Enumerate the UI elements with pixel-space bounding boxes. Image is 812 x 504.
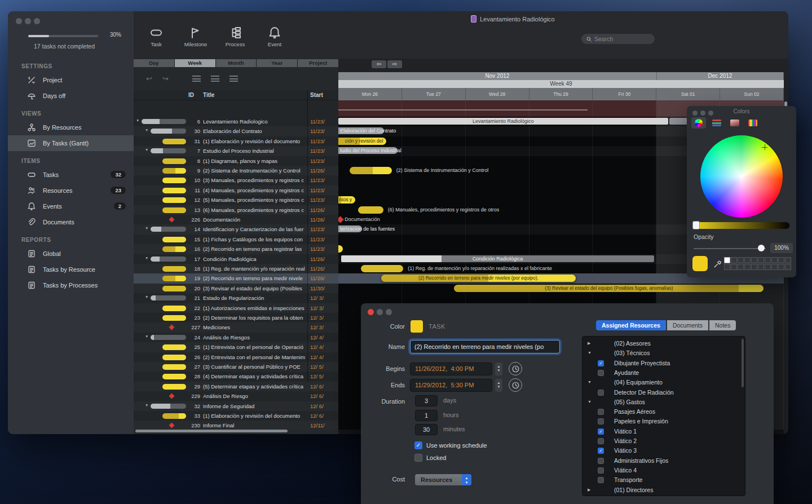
window-zoom-button[interactable] [34,18,40,24]
resource-row[interactable]: ▶(01) Directores [582,485,745,495]
resource-row[interactable]: ▶(02) Asesores [582,339,745,348]
opacity-slider-thumb[interactable] [758,245,765,251]
gantt-task-bar[interactable]: ntos y [338,196,355,204]
sidebar-item-tasks[interactable]: Tasks32 [8,167,134,183]
disclosure-triangle[interactable]: ▼ [588,380,592,384]
color-swatch[interactable] [785,257,791,263]
view-tab-day[interactable]: Day [134,59,174,67]
create-event-button[interactable]: Event [262,26,287,47]
task-color-swatch[interactable] [411,320,423,333]
opacity-slider[interactable] [694,248,766,249]
resource-checkbox[interactable] [598,477,604,483]
undo-icon[interactable]: ↩ [146,74,152,83]
window-minimize-button[interactable] [25,18,31,24]
disclosure-triangle[interactable]: ▼ [145,295,148,299]
color-swatch[interactable] [765,257,771,263]
disclosure-triangle[interactable]: ▼ [145,148,148,152]
color-wheel-crosshair[interactable] [762,144,767,150]
resource-checkbox[interactable]: ✓ [598,428,604,435]
create-task-button[interactable]: Task [144,26,169,47]
gantt-task-bar[interactable] [350,167,392,174]
window-close-button[interactable] [16,18,22,24]
disclosure-triangle[interactable]: ▼ [145,334,148,338]
sidebar-item-resources[interactable]: Resources23 [8,183,134,198]
resource-row[interactable]: Administrativos Fijos [582,456,745,466]
tab-notes[interactable]: Notes [709,320,736,330]
table-row[interactable]: 29(5) Determinar etapas y actividades cr… [134,382,338,391]
gantt-task-bar[interactable]: (2) Recorrido en terreno para medir nive… [381,275,576,282]
color-swatch[interactable] [724,264,730,270]
resource-checkbox[interactable] [598,438,604,444]
current-color-well[interactable] [692,256,708,271]
resource-checkbox[interactable] [598,390,604,396]
color-swatch[interactable] [731,257,737,263]
color-swatch[interactable] [785,264,791,270]
gantt-prev-button[interactable]: ⇦ [372,60,386,68]
view-tab-year[interactable]: Year [257,59,297,67]
resource-list-scrollbar[interactable] [742,339,744,387]
sidebar-item-project[interactable]: Project [8,72,134,88]
brightness-slider-thumb[interactable] [692,221,700,229]
disclosure-triangle[interactable]: ▶ [588,341,590,346]
table-row[interactable]: 33(1) Elaboración y revisión del documen… [134,411,338,421]
eyedropper-icon[interactable] [713,259,723,269]
resource-row[interactable]: ✓Viático 1 [582,427,745,436]
search-input[interactable]: Search [581,34,655,44]
disclosure-triangle[interactable]: ▼ [136,118,139,122]
resource-checkbox[interactable]: ✓ [598,448,604,454]
gantt-task-bar[interactable]: ción y revisión del [338,138,386,145]
resource-row[interactable]: ▼(04) Equipamiento [582,378,745,387]
ends-clock-button[interactable] [509,378,522,392]
view-tab-week[interactable]: Week [175,59,215,67]
use-working-schedule-checkbox[interactable]: ✓ [414,441,422,449]
begins-clock-button[interactable] [509,362,522,375]
color-swatch[interactable] [778,257,784,263]
tab-documents[interactable]: Documents [667,320,708,330]
resource-checkbox[interactable] [598,418,604,425]
resource-row[interactable]: Papeles e Impresión [582,417,745,426]
color-swatch[interactable] [765,264,771,270]
gantt-summary-bar[interactable]: Condición Radiológica [341,255,654,262]
disclosure-triangle[interactable]: ▼ [588,400,592,404]
resource-row[interactable]: ▼(05) Gastos [582,397,745,407]
color-swatch[interactable] [771,264,778,270]
gantt-summary-bar[interactable]: Levantamiento Radiológico [338,118,668,125]
create-process-button[interactable]: Process [223,26,248,47]
resource-checkbox[interactable]: ✓ [598,360,604,366]
resource-row[interactable]: ✓Viático 3 [582,446,745,456]
table-row[interactable]: 230Informe Final12/11/ [134,421,338,430]
color-swatch[interactable] [744,264,751,270]
resource-checkbox[interactable] [598,409,604,415]
dialog-zoom-button[interactable] [386,309,392,315]
begins-stepper[interactable]: ▲▼ [495,362,502,375]
dialog-minimize-button[interactable] [377,309,383,315]
gantt-task-bar[interactable] [361,265,403,272]
sidebar-item-global[interactable]: Global [8,246,134,262]
resource-checkbox[interactable] [598,467,604,474]
color-swatch[interactable] [738,264,744,270]
begins-field[interactable]: 11/26/2012, 4:00 PM [410,362,492,375]
color-swatch[interactable] [738,257,744,263]
sidebar-item-tasks-by-resource[interactable]: Tasks by Resource [8,262,134,277]
gantt-task-bar[interactable] [358,206,383,214]
redo-icon[interactable]: ↪ [162,74,169,83]
resource-row[interactable]: Detector De Radiación [582,388,745,397]
outline-list-icon[interactable] [211,76,219,82]
color-pencils-tab[interactable] [745,117,760,129]
create-milestone-button[interactable]: Milestone [183,26,208,47]
duration-days-field[interactable]: 3 [415,395,438,406]
outline-indent-icon[interactable] [192,76,201,82]
color-swatch[interactable] [758,257,764,263]
color-sliders-tab[interactable] [709,117,724,129]
column-header-title[interactable]: Title [203,92,214,98]
disclosure-triangle[interactable]: ▼ [145,403,148,407]
gantt-next-button[interactable]: ⇨ [387,60,402,68]
sidebar-item-documents[interactable]: Documents [8,214,134,230]
color-wheel-tab[interactable] [691,117,706,129]
color-swatch[interactable] [744,257,751,263]
sidebar-item-tasks-by-processes[interactable]: Tasks by Processes [8,277,134,293]
task-name-input[interactable] [410,340,560,353]
duration-minutes-field[interactable]: 30 [415,424,438,435]
brightness-slider[interactable] [694,222,789,229]
disclosure-triangle[interactable]: ▼ [145,128,148,132]
